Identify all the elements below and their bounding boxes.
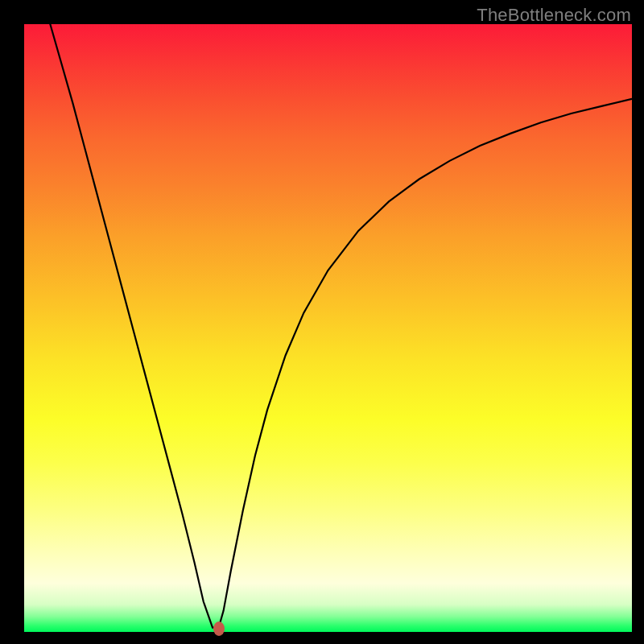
watermark-text: TheBottleneck.com: [477, 5, 631, 26]
chart-plot-area: [24, 24, 632, 632]
chart-frame: TheBottleneck.com: [0, 0, 644, 644]
optimum-point-marker: [213, 621, 225, 636]
